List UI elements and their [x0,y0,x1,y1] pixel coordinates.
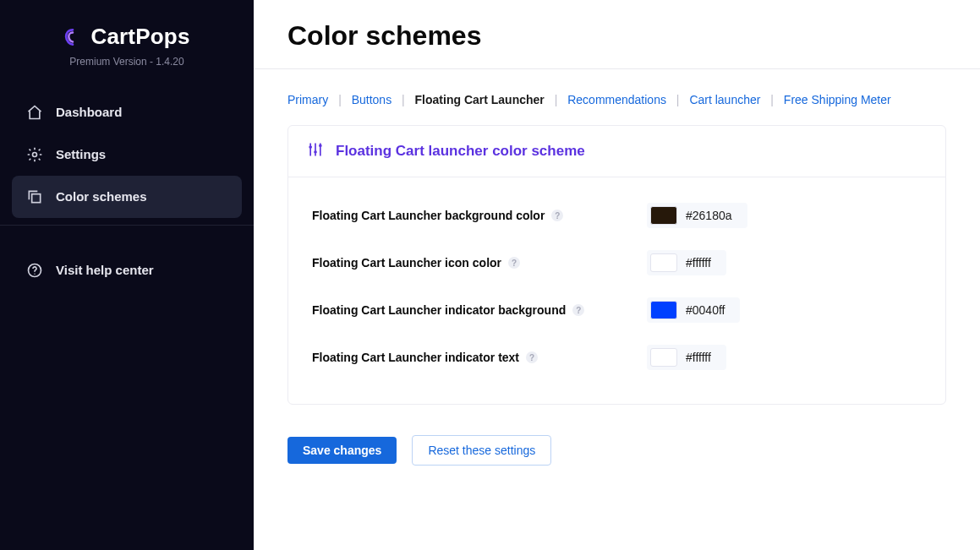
tab-separator: | [764,93,780,106]
tab-free-shipping-meter[interactable]: Free Shipping Meter [784,93,891,106]
tab-buttons[interactable]: Buttons [352,93,391,106]
color-code-value[interactable]: #ffffff [686,256,711,270]
tab-separator: | [548,93,565,106]
tab-separator: | [395,93,412,106]
sidebar-divider [0,225,254,226]
color-field: #ffffff [647,250,726,275]
copy-icon [25,188,44,206]
field-label: Floating Cart Launcher icon color [312,256,501,270]
page-title: Color schemes [287,20,946,52]
help-tooltip-icon[interactable]: ? [526,351,538,363]
svg-rect-7 [309,146,312,149]
sidebar-item-settings[interactable]: Settings [12,133,242,176]
gear-icon [25,145,44,164]
svg-point-0 [33,152,37,156]
svg-rect-9 [319,144,321,147]
brand-subtitle: Premium Version - 1.4.20 [20,56,233,68]
home-icon [25,103,44,122]
sidebar-footer: Visit help center [0,249,254,291]
color-field: #0040ff [647,297,740,323]
content-wrap: Primary | Buttons | Floating Cart Launch… [254,69,980,499]
color-row-indicator-text: Floating Cart Launcher indicator text ? … [312,345,922,370]
panel-header: Floating Cart launcher color scheme [288,126,945,177]
help-tooltip-icon[interactable]: ? [572,304,584,316]
sidebar-item-label: Color schemes [56,189,147,204]
svg-rect-8 [314,151,316,154]
form-actions: Save changes Reset these settings [287,435,946,466]
color-row-icon: Floating Cart Launcher icon color ? #fff… [312,250,922,275]
svg-point-3 [34,273,35,274]
color-swatch[interactable] [650,253,677,272]
panel-body: Floating Cart Launcher background color … [288,177,945,404]
logo-icon [63,28,82,46]
tab-recommendations[interactable]: Recommendations [567,93,666,106]
sidebar-item-label: Settings [56,147,106,161]
sidebar-item-help[interactable]: Visit help center [12,249,242,291]
tab-bar: Primary | Buttons | Floating Cart Launch… [287,93,946,106]
tab-cart-launcher[interactable]: Cart launcher [689,93,760,106]
help-tooltip-icon[interactable]: ? [551,210,563,221]
color-scheme-panel: Floating Cart launcher color scheme Floa… [287,125,946,405]
field-label: Floating Cart Launcher background color [312,209,545,222]
tab-separator: | [670,93,687,106]
sidebar-item-color-schemes[interactable]: Color schemes [12,176,242,218]
sidebar-item-dashboard[interactable]: Dashboard [12,91,242,133]
color-field: #ffffff [647,345,726,370]
panel-title: Floating Cart launcher color scheme [336,143,585,160]
color-row-background: Floating Cart Launcher background color … [312,203,922,228]
save-button[interactable]: Save changes [287,437,397,464]
row-label-wrap: Floating Cart Launcher indicator text ? [312,351,647,364]
color-swatch[interactable] [650,348,677,367]
sliders-icon [307,141,324,161]
tab-primary[interactable]: Primary [287,93,328,106]
color-code-value[interactable]: #26180a [686,209,732,222]
color-swatch[interactable] [650,206,677,225]
tab-separator: | [331,93,348,106]
svg-rect-1 [32,193,41,202]
brand-row: CartPops [63,24,189,50]
tab-floating-cart-launcher[interactable]: Floating Cart Launcher [415,93,545,106]
main-header: Color schemes [254,0,980,69]
brand-block: CartPops Premium Version - 1.4.20 [0,0,254,74]
color-code-value[interactable]: #0040ff [686,303,725,317]
reset-button[interactable]: Reset these settings [412,435,551,466]
help-tooltip-icon[interactable]: ? [508,257,520,269]
color-swatch[interactable] [650,301,677,319]
sidebar-nav: Dashboard Settings Color schemes [0,91,254,218]
row-label-wrap: Floating Cart Launcher icon color ? [312,256,647,270]
sidebar-item-label: Visit help center [56,263,154,277]
field-label: Floating Cart Launcher indicator backgro… [312,303,566,317]
sidebar-item-label: Dashboard [56,105,122,119]
help-icon [25,261,44,280]
main-content: Color schemes Primary | Buttons | Floati… [254,0,980,550]
color-row-indicator-bg: Floating Cart Launcher indicator backgro… [312,297,922,323]
brand-name: CartPops [90,24,189,50]
row-label-wrap: Floating Cart Launcher indicator backgro… [312,303,647,317]
row-label-wrap: Floating Cart Launcher background color … [312,209,647,222]
color-code-value[interactable]: #ffffff [686,351,711,364]
field-label: Floating Cart Launcher indicator text [312,351,519,364]
sidebar: CartPops Premium Version - 1.4.20 Dashbo… [0,0,254,550]
color-field: #26180a [647,203,747,228]
